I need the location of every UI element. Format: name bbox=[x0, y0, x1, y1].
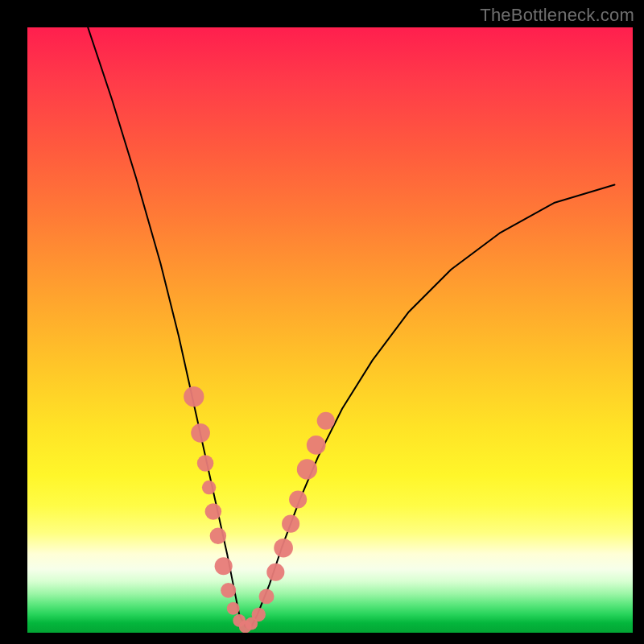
svg-point-16 bbox=[282, 515, 299, 533]
svg-point-7 bbox=[221, 583, 236, 598]
plot-area bbox=[27, 27, 633, 633]
svg-point-6 bbox=[215, 557, 233, 575]
svg-point-1 bbox=[191, 423, 210, 443]
svg-point-2 bbox=[197, 455, 214, 472]
svg-point-8 bbox=[227, 602, 240, 615]
watermark-text: TheBottleneck.com bbox=[480, 5, 634, 26]
svg-point-15 bbox=[274, 539, 293, 558]
svg-point-18 bbox=[297, 459, 317, 479]
svg-point-14 bbox=[266, 564, 284, 581]
curve-layer bbox=[27, 27, 633, 633]
svg-point-17 bbox=[289, 491, 307, 509]
svg-point-19 bbox=[307, 436, 326, 455]
svg-point-3 bbox=[202, 481, 216, 494]
bottleneck-curve bbox=[88, 27, 614, 626]
svg-point-5 bbox=[210, 527, 227, 544]
highlighted-points bbox=[184, 386, 335, 633]
svg-point-20 bbox=[317, 412, 335, 430]
svg-point-0 bbox=[184, 386, 204, 407]
svg-point-4 bbox=[205, 503, 222, 520]
svg-point-13 bbox=[259, 588, 275, 604]
chart-frame: TheBottleneck.com bbox=[0, 0, 644, 644]
svg-point-12 bbox=[252, 608, 266, 621]
